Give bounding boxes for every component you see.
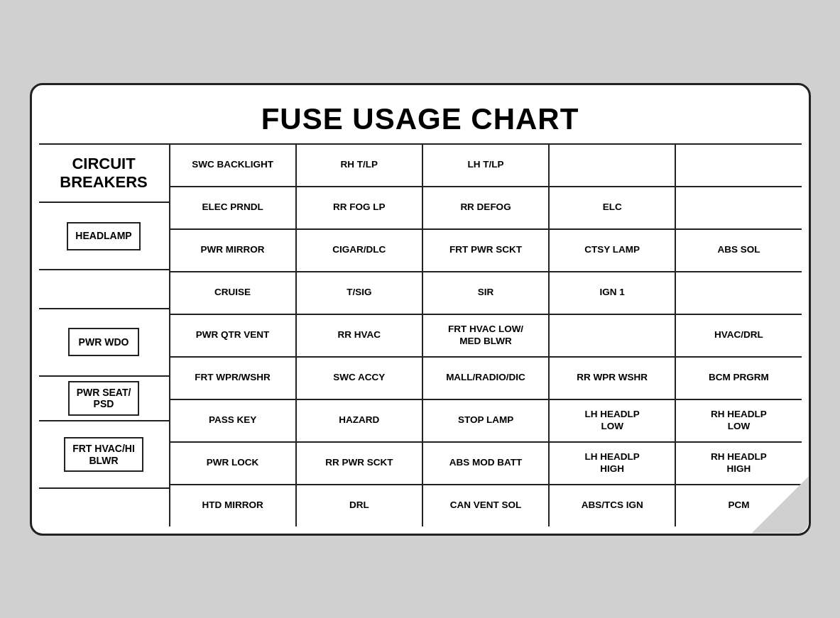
grid-cell-6-2: STOP LAMP <box>423 400 550 441</box>
grid-cell-6-3: LH HEADLPLOW <box>550 400 676 441</box>
grid-row-4: PWR QTR VENTRR HVACFRT HVAC LOW/MED BLWR… <box>170 315 802 358</box>
breaker-headlamp-box: HEADLAMP <box>67 222 140 250</box>
breaker-empty-2 <box>39 489 169 526</box>
right-grid: SWC BACKLIGHTRH T/LPLH T/LPELEC PRNDLRR … <box>170 145 802 526</box>
grid-cell-4-3 <box>550 315 676 356</box>
grid-cell-0-0: SWC BACKLIGHT <box>170 145 297 186</box>
grid-cell-0-1: RH T/LP <box>297 145 423 186</box>
grid-cell-7-1: RR PWR SCKT <box>297 443 423 484</box>
grid-cell-8-3: ABS/TCS IGN <box>550 485 676 526</box>
grid-cell-2-1: CIGAR/DLC <box>297 230 423 271</box>
grid-cell-7-3: LH HEADLPHIGH <box>550 443 676 484</box>
grid-cell-2-0: PWR MIRROR <box>170 230 297 271</box>
grid-row-5: FRT WPR/WSHRSWC ACCYMALL/RADIO/DICRR WPR… <box>170 358 802 400</box>
grid-row-6: PASS KEYHAZARDSTOP LAMPLH HEADLPLOWRH HE… <box>170 400 802 443</box>
grid-cell-0-3 <box>550 145 676 186</box>
grid-cell-4-2: FRT HVAC LOW/MED BLWR <box>423 315 550 356</box>
grid-cell-6-0: PASS KEY <box>170 400 297 441</box>
grid-cell-0-4 <box>676 145 801 186</box>
grid-cell-4-1: RR HVAC <box>297 315 423 356</box>
grid-cell-3-2: SIR <box>423 272 550 314</box>
grid-cell-7-2: ABS MOD BATT <box>423 443 550 484</box>
grid-cell-4-4: HVAC/DRL <box>676 315 801 356</box>
grid-cell-4-0: PWR QTR VENT <box>170 315 297 356</box>
chart-title: FUSE USAGE CHART <box>39 92 802 145</box>
grid-row-2: PWR MIRRORCIGAR/DLCFRT PWR SCKTCTSY LAMP… <box>170 230 802 272</box>
grid-cell-5-1: SWC ACCY <box>297 358 423 399</box>
breaker-frt-hvac-box: FRT HVAC/HIBLWR <box>64 437 143 473</box>
breaker-frt-hvac: FRT HVAC/HIBLWR <box>39 421 169 489</box>
grid-cell-8-0: HTD MIRROR <box>170 485 297 526</box>
grid-cell-8-2: CAN VENT SOL <box>423 485 550 526</box>
grid-row-7: PWR LOCKRR PWR SCKTABS MOD BATTLH HEADLP… <box>170 443 802 485</box>
grid-cell-3-4 <box>676 272 801 314</box>
grid-cell-5-0: FRT WPR/WSHR <box>170 358 297 399</box>
breaker-empty-1 <box>39 270 169 309</box>
grid-cell-8-1: DRL <box>297 485 423 526</box>
breaker-empty-box-2 <box>68 493 139 522</box>
grid-cell-6-1: HAZARD <box>297 400 423 441</box>
grid-cell-1-3: ELC <box>550 187 676 228</box>
chart-body: CIRCUITBREAKERS HEADLAMP PWR WDO PWR SEA… <box>39 145 802 526</box>
grid-cell-3-1: T/SIG <box>297 272 423 314</box>
breaker-pwr-seat: PWR SEAT/PSD <box>39 377 169 422</box>
grid-cell-0-2: LH T/LP <box>423 145 550 186</box>
grid-cell-2-4: ABS SOL <box>676 230 801 271</box>
grid-cell-5-2: MALL/RADIO/DIC <box>423 358 550 399</box>
grid-cell-3-3: IGN 1 <box>550 272 676 314</box>
breaker-pwr-wdo: PWR WDO <box>39 309 169 377</box>
grid-cell-1-1: RR FOG LP <box>297 187 423 228</box>
grid-cell-5-4: BCM PRGRM <box>676 358 801 399</box>
fuse-chart: FUSE USAGE CHART CIRCUITBREAKERS HEADLAM… <box>30 83 811 536</box>
grid-cell-5-3: RR WPR WSHR <box>550 358 676 399</box>
grid-row-8: HTD MIRRORDRLCAN VENT SOLABS/TCS IGNPCM <box>170 485 802 526</box>
grid-cell-1-2: RR DEFOG <box>423 187 550 228</box>
grid-cell-6-4: RH HEADLPLOW <box>676 400 801 441</box>
grid-cell-2-3: CTSY LAMP <box>550 230 676 271</box>
grid-cell-1-0: ELEC PRNDL <box>170 187 297 228</box>
grid-cell-7-0: PWR LOCK <box>170 443 297 484</box>
grid-cell-3-0: CRUISE <box>170 272 297 314</box>
grid-row-1: ELEC PRNDLRR FOG LPRR DEFOGELC <box>170 187 802 230</box>
breaker-pwr-wdo-box: PWR WDO <box>68 328 139 356</box>
grid-cell-7-4: RH HEADLPHIGH <box>676 443 801 484</box>
breaker-empty-box-1 <box>68 275 139 303</box>
left-column: CIRCUITBREAKERS HEADLAMP PWR WDO PWR SEA… <box>39 145 170 526</box>
circuit-breakers-header: CIRCUITBREAKERS <box>39 145 169 204</box>
breaker-pwr-seat-box: PWR SEAT/PSD <box>68 381 140 416</box>
grid-row-0: SWC BACKLIGHTRH T/LPLH T/LP <box>170 145 802 187</box>
grid-cell-1-4 <box>676 187 801 228</box>
grid-row-3: CRUISET/SIGSIRIGN 1 <box>170 272 802 315</box>
grid-cell-2-2: FRT PWR SCKT <box>423 230 550 271</box>
breaker-headlamp: HEADLAMP <box>39 203 169 270</box>
